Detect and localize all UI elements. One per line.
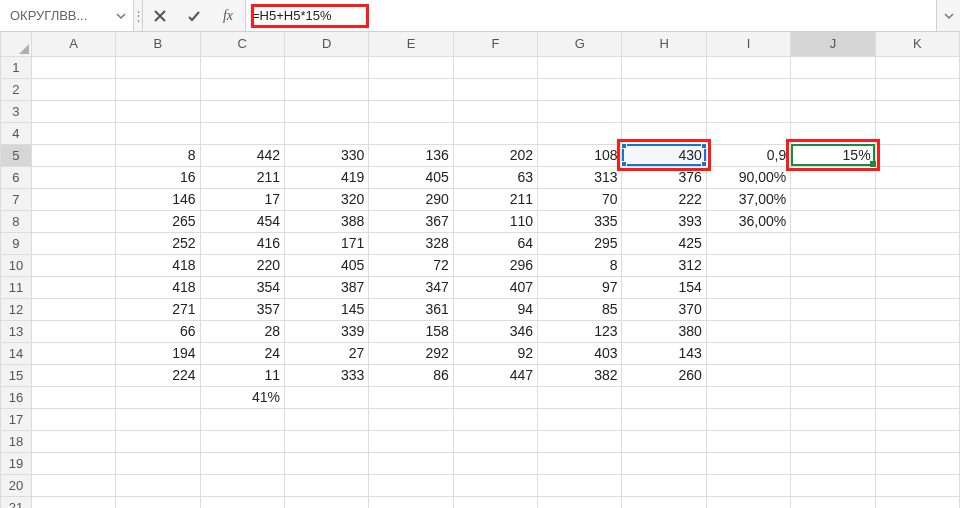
cell-d8[interactable]: 388 xyxy=(284,210,368,232)
cell-f11[interactable]: 407 xyxy=(453,276,537,298)
cell-e14[interactable]: 292 xyxy=(369,342,453,364)
cell-a15[interactable] xyxy=(31,364,115,386)
cell-d11[interactable]: 387 xyxy=(284,276,368,298)
row-header-1[interactable]: 1 xyxy=(1,56,32,78)
row-header-20[interactable]: 20 xyxy=(1,474,32,496)
cancel-button[interactable] xyxy=(149,5,171,27)
cell-e11[interactable]: 347 xyxy=(369,276,453,298)
cell-i2[interactable] xyxy=(706,78,790,100)
cell-h20[interactable] xyxy=(622,474,706,496)
cell-b3[interactable] xyxy=(116,100,200,122)
cell-j7[interactable] xyxy=(791,188,875,210)
cell-g3[interactable] xyxy=(538,100,622,122)
cell-d9[interactable]: 171 xyxy=(284,232,368,254)
cell-e10[interactable]: 72 xyxy=(369,254,453,276)
cell-k2[interactable] xyxy=(875,78,959,100)
cell-e15[interactable]: 86 xyxy=(369,364,453,386)
cell-j1[interactable] xyxy=(791,56,875,78)
cell-d13[interactable]: 339 xyxy=(284,320,368,342)
cell-a2[interactable] xyxy=(31,78,115,100)
cell-k15[interactable] xyxy=(875,364,959,386)
cell-e17[interactable] xyxy=(369,408,453,430)
cell-h5[interactable]: 430 xyxy=(622,144,706,166)
column-header-j[interactable]: J xyxy=(791,32,875,56)
cell-d5[interactable]: 330 xyxy=(284,144,368,166)
cell-i18[interactable] xyxy=(706,430,790,452)
cell-g5[interactable]: 108 xyxy=(538,144,622,166)
cell-e16[interactable] xyxy=(369,386,453,408)
cell-h1[interactable] xyxy=(622,56,706,78)
cell-i5[interactable]: 0,9 xyxy=(706,144,790,166)
cell-e2[interactable] xyxy=(369,78,453,100)
cell-h2[interactable] xyxy=(622,78,706,100)
cell-j4[interactable] xyxy=(791,122,875,144)
cell-c11[interactable]: 354 xyxy=(200,276,284,298)
cell-b13[interactable]: 66 xyxy=(116,320,200,342)
cell-j17[interactable] xyxy=(791,408,875,430)
cell-f13[interactable]: 346 xyxy=(453,320,537,342)
cell-i11[interactable] xyxy=(706,276,790,298)
cell-f4[interactable] xyxy=(453,122,537,144)
enter-button[interactable] xyxy=(183,5,205,27)
cell-h7[interactable]: 222 xyxy=(622,188,706,210)
cell-k7[interactable] xyxy=(875,188,959,210)
cell-c14[interactable]: 24 xyxy=(200,342,284,364)
cell-a12[interactable] xyxy=(31,298,115,320)
cell-k1[interactable] xyxy=(875,56,959,78)
cell-e9[interactable]: 328 xyxy=(369,232,453,254)
column-header-i[interactable]: I xyxy=(706,32,790,56)
row-header-16[interactable]: 16 xyxy=(1,386,32,408)
cell-f8[interactable]: 110 xyxy=(453,210,537,232)
cell-b9[interactable]: 252 xyxy=(116,232,200,254)
cell-g9[interactable]: 295 xyxy=(538,232,622,254)
cell-c19[interactable] xyxy=(200,452,284,474)
cell-d20[interactable] xyxy=(284,474,368,496)
cell-e8[interactable]: 367 xyxy=(369,210,453,232)
cell-j5[interactable]: 15% xyxy=(791,144,875,166)
cell-g6[interactable]: 313 xyxy=(538,166,622,188)
cell-c15[interactable]: 11 xyxy=(200,364,284,386)
column-header-c[interactable]: C xyxy=(200,32,284,56)
cell-b6[interactable]: 16 xyxy=(116,166,200,188)
cell-h11[interactable]: 154 xyxy=(622,276,706,298)
cell-a10[interactable] xyxy=(31,254,115,276)
cell-j6[interactable] xyxy=(791,166,875,188)
cell-i16[interactable] xyxy=(706,386,790,408)
cell-c7[interactable]: 17 xyxy=(200,188,284,210)
cell-g12[interactable]: 85 xyxy=(538,298,622,320)
cell-f17[interactable] xyxy=(453,408,537,430)
cell-i14[interactable] xyxy=(706,342,790,364)
cell-c18[interactable] xyxy=(200,430,284,452)
cell-i4[interactable] xyxy=(706,122,790,144)
cell-k4[interactable] xyxy=(875,122,959,144)
cell-i3[interactable] xyxy=(706,100,790,122)
cell-h3[interactable] xyxy=(622,100,706,122)
name-box[interactable]: ОКРУГЛВВ... xyxy=(8,5,113,27)
cell-k17[interactable] xyxy=(875,408,959,430)
row-header-21[interactable]: 21 xyxy=(1,496,32,508)
cell-h14[interactable]: 143 xyxy=(622,342,706,364)
cell-c5[interactable]: 442 xyxy=(200,144,284,166)
cell-k9[interactable] xyxy=(875,232,959,254)
cell-a8[interactable] xyxy=(31,210,115,232)
cell-c16[interactable]: 41% xyxy=(200,386,284,408)
cell-k19[interactable] xyxy=(875,452,959,474)
cell-j11[interactable] xyxy=(791,276,875,298)
cell-e7[interactable]: 290 xyxy=(369,188,453,210)
cell-h13[interactable]: 380 xyxy=(622,320,706,342)
cell-e5[interactable]: 136 xyxy=(369,144,453,166)
cell-h15[interactable]: 260 xyxy=(622,364,706,386)
cell-k6[interactable] xyxy=(875,166,959,188)
cell-f20[interactable] xyxy=(453,474,537,496)
cell-b18[interactable] xyxy=(116,430,200,452)
cell-b14[interactable]: 194 xyxy=(116,342,200,364)
name-box-wrap[interactable]: ОКРУГЛВВ... xyxy=(0,0,134,31)
formula-input-wrap[interactable]: =H5+H5*15% xyxy=(245,0,936,31)
row-header-14[interactable]: 14 xyxy=(1,342,32,364)
cell-b4[interactable] xyxy=(116,122,200,144)
cell-d1[interactable] xyxy=(284,56,368,78)
expand-formula-bar-button[interactable] xyxy=(936,0,960,31)
cell-i1[interactable] xyxy=(706,56,790,78)
row-header-9[interactable]: 9 xyxy=(1,232,32,254)
cell-j3[interactable] xyxy=(791,100,875,122)
